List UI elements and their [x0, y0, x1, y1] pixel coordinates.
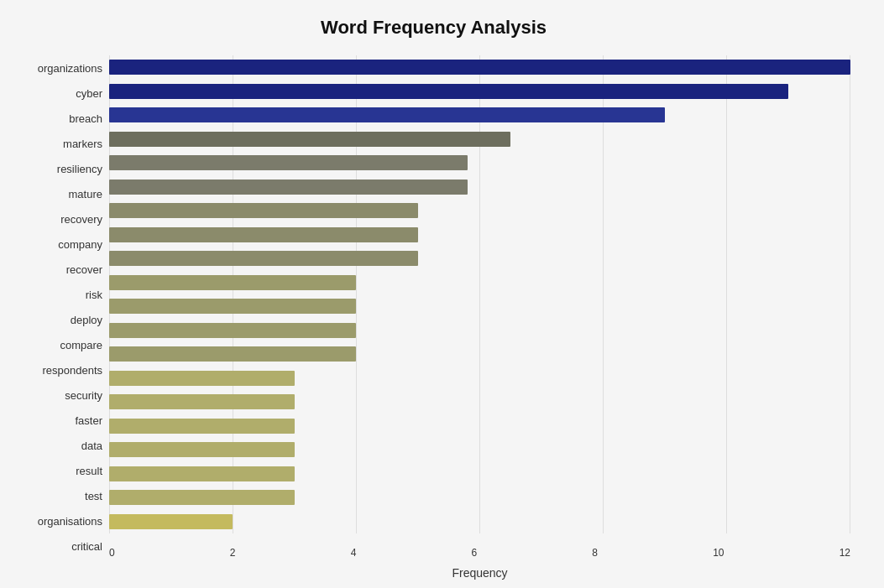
x-tick-label: 12	[840, 547, 850, 559]
x-axis-ticks: 024681012	[109, 544, 850, 559]
y-label: compare	[60, 340, 102, 351]
y-axis-labels: organizationscyberbreachmarkersresilienc…	[17, 55, 109, 559]
bar	[109, 490, 295, 505]
bar	[109, 466, 295, 481]
bar	[109, 419, 295, 434]
y-label: organizations	[38, 63, 102, 74]
chart-container: Word Frequency Analysis organizationscyb…	[0, 0, 884, 588]
x-tick-label: 8	[592, 547, 598, 559]
bar-row	[109, 130, 850, 148]
y-label: data	[81, 440, 102, 451]
bottom-section: Frequency	[109, 563, 850, 580]
y-label: organisations	[38, 516, 102, 527]
y-label: result	[76, 466, 102, 476]
y-label: recover	[66, 264, 102, 275]
chart-title: Word Frequency Analysis	[17, 17, 850, 39]
y-label: critical	[71, 541, 102, 552]
bar-row	[109, 393, 850, 411]
x-axis: 024681012	[109, 533, 850, 559]
bar	[109, 442, 295, 457]
x-axis-label: Frequency	[109, 566, 850, 580]
bar	[109, 371, 295, 386]
bar-row	[109, 249, 850, 268]
bar-row	[109, 345, 850, 363]
bar-row	[109, 154, 850, 172]
y-label: breach	[69, 113, 102, 124]
bar-row	[109, 321, 850, 340]
bar	[109, 514, 233, 529]
bar-row	[109, 369, 850, 388]
bar-row	[109, 201, 850, 220]
bars-and-grid: 024681012	[109, 55, 850, 559]
y-label: mature	[69, 189, 102, 200]
bars-wrapper	[109, 55, 850, 533]
bar-row	[109, 465, 850, 483]
bar	[109, 60, 850, 75]
x-tick-label: 6	[471, 547, 477, 559]
y-label: cyber	[76, 88, 102, 99]
bar	[109, 203, 418, 218]
x-tick-label: 10	[713, 547, 724, 559]
bar-row	[109, 297, 850, 315]
bar-row	[109, 273, 850, 292]
bar	[109, 299, 356, 314]
bar-row	[109, 178, 850, 196]
bar	[109, 275, 356, 290]
y-label: security	[65, 390, 102, 401]
x-tick-label: 2	[230, 547, 236, 559]
y-label: faster	[75, 415, 102, 426]
bar	[109, 107, 665, 122]
bar	[109, 394, 295, 409]
y-label: markers	[63, 138, 102, 149]
y-label: test	[85, 491, 102, 502]
bar	[109, 323, 356, 338]
x-tick-label: 0	[109, 547, 115, 559]
y-label: respondents	[42, 365, 102, 376]
bar	[109, 155, 468, 170]
bar-row	[109, 513, 850, 531]
bar-row	[109, 488, 850, 507]
bar	[109, 132, 510, 147]
bar-row	[109, 417, 850, 435]
bar-row	[109, 106, 850, 124]
bar	[109, 346, 356, 362]
bar	[109, 84, 788, 99]
y-label: company	[58, 239, 102, 250]
x-tick-label: 4	[351, 547, 357, 559]
y-label: deploy	[71, 315, 102, 325]
bar-row	[109, 82, 850, 101]
bar	[109, 227, 418, 242]
bar-row	[109, 226, 850, 244]
y-label: recovery	[60, 214, 102, 225]
bar-row	[109, 58, 850, 76]
bar-row	[109, 440, 850, 459]
bar	[109, 180, 468, 195]
y-label: risk	[86, 289, 102, 300]
chart-area: organizationscyberbreachmarkersresilienc…	[17, 55, 850, 559]
y-label: resiliency	[57, 164, 102, 174]
bar	[109, 251, 418, 266]
